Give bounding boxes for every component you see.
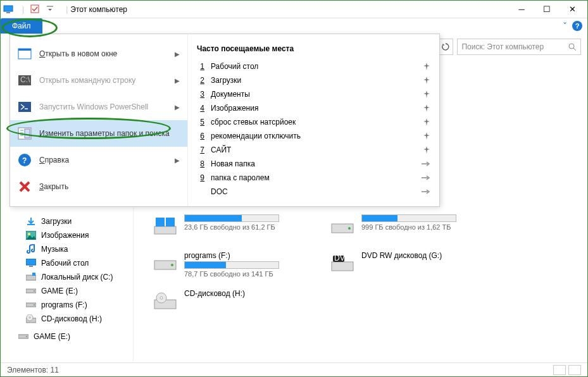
svg-point-46 [160,297,163,299]
music-icon [26,244,36,254]
recent-item[interactable]: 4Изображения [197,101,430,115]
recent-item[interactable]: 2Загрузки [197,73,430,87]
accelerator: 4 [197,104,204,113]
pinned-icon[interactable] [423,77,430,84]
accelerator: 8 [197,159,204,168]
file-menu-help[interactable]: ? Справка ▶ [10,147,187,173]
unpinned-icon[interactable] [422,175,430,181]
sidebar-item[interactable]: GAME (E:) [1,284,133,298]
accelerator: 1 [197,62,204,71]
recent-item[interactable]: 5сброс стевых натсрйоек [197,115,430,129]
recent-item[interactable]: 8Новая папка [197,157,430,171]
svg-point-33 [26,336,27,337]
drive-item[interactable]: 999 ГБ свободно из 1,62 ТБ [330,214,482,240]
sidebar-item[interactable]: programs (F:) [1,298,133,312]
search-placeholder: Поиск: Этот компьютер [461,42,565,51]
sidebar-item[interactable]: Локальный диск (C:) [1,270,133,284]
sidebar-item[interactable]: Музыка [1,242,133,256]
new-window-icon [18,47,32,61]
svg-rect-18 [27,224,35,225]
label: Рабочий стол [41,259,89,268]
drive-icon [26,300,36,310]
recent-item[interactable]: 6рекомендации отключить [197,129,430,143]
status-item-count: Элементов: 11 [7,366,59,374]
search-input[interactable]: Поиск: Этот компьютер [457,39,581,55]
close-x-icon [18,180,32,194]
titlebar: | | Этот компьютер ─ ☐ ✕ [1,1,587,18]
file-tab[interactable]: Файл [1,18,42,34]
powershell-icon [18,100,32,114]
recent-item[interactable]: 7САЙТ [197,143,430,157]
accelerator: 2 [197,76,204,85]
cd-icon [26,314,36,324]
cmd-icon: C:\ [18,73,32,87]
sidebar-item[interactable]: CD-дисковод (H:) [1,312,133,326]
sidebar-group[interactable]: GAME (E:) [1,330,133,343]
storage-bar [361,214,456,222]
storage-bar [184,214,279,222]
file-menu-change-folder-search-options[interactable]: Изменить параметры папок и поиска [10,120,187,147]
qat-dropdown-icon[interactable] [47,4,57,15]
minimize-button[interactable]: ─ [509,1,534,18]
file-menu: Открыть в новом окне ▶ C:\ Открыть коман… [9,34,440,207]
unpinned-icon[interactable] [422,161,430,167]
label: GAME (E:) [34,332,70,341]
svg-rect-1 [6,12,10,13]
view-details-icon[interactable] [553,365,566,375]
unpinned-icon[interactable] [422,188,430,195]
file-menu-open-new-window[interactable]: Открыть в новом окне ▶ [10,40,187,67]
help-icon[interactable]: ? [572,21,582,31]
recent-item[interactable]: 9папка с паролем [197,171,430,185]
file-menu-close[interactable]: Закрыть [10,173,187,200]
svg-rect-21 [26,259,36,265]
svg-rect-3 [47,6,53,7]
chevron-right-icon: ▶ [175,51,180,58]
hdd-icon [153,251,178,276]
recent-item[interactable]: DOC [197,185,430,199]
label: programs (F:) [41,300,87,309]
svg-rect-35 [156,218,165,226]
label: САЙТ [211,145,231,154]
label: Запустить Windows PowerShell [39,102,167,111]
pinned-icon[interactable] [423,63,430,70]
svg-point-28 [34,304,35,306]
svg-rect-15 [25,129,30,138]
drive-item[interactable]: 23,6 ГБ свободно из 61,2 ГБ [153,214,304,240]
label: Справка [39,156,167,164]
view-large-icons-icon[interactable] [568,365,581,375]
options-icon [18,127,32,140]
drive-item[interactable]: DVD DVD RW дисковод (G:) [330,251,482,278]
label: Открыть командную строку [39,76,167,85]
sidebar-item[interactable]: Загрузки [1,214,133,228]
pinned-icon[interactable] [423,118,430,126]
svg-rect-41 [332,262,353,271]
pinned-icon[interactable] [423,146,430,154]
label: CD-дисковод (H:) [41,314,102,323]
maximize-button[interactable]: ☐ [534,1,560,18]
close-button[interactable]: ✕ [560,1,585,18]
pinned-icon[interactable] [423,104,430,112]
pinned-icon[interactable] [423,132,430,140]
help-circle-icon: ? [18,153,32,167]
label: Изображения [41,231,89,240]
ribbon-expand-icon[interactable]: ˅ [563,21,567,31]
accelerator: 6 [197,132,204,140]
recent-item[interactable]: 1Рабочий стол [197,59,430,73]
cd-icon [153,289,178,314]
quick-access-toolbar: | | [3,4,70,15]
properties-icon[interactable] [30,4,41,15]
recent-item[interactable]: 3Документы [197,87,430,101]
hdd-icon [330,214,355,240]
pictures-icon [26,230,36,240]
drive-item[interactable]: CD-дисковод (H:) [153,289,304,314]
sidebar-item[interactable]: Рабочий стол [1,256,133,270]
window-title: Этот компьютер [70,5,127,14]
storage-text: 23,6 ГБ свободно из 61,2 ГБ [184,223,304,231]
label: Загрузки [211,76,241,85]
drive-item[interactable]: programs (F:) 78,7 ГБ свободно из 141 ГБ [153,251,304,278]
sidebar-item[interactable]: Изображения [1,228,133,242]
pinned-icon[interactable] [423,90,430,98]
dvd-icon: DVD [330,251,355,276]
svg-rect-24 [32,273,35,276]
svg-rect-34 [154,226,176,234]
